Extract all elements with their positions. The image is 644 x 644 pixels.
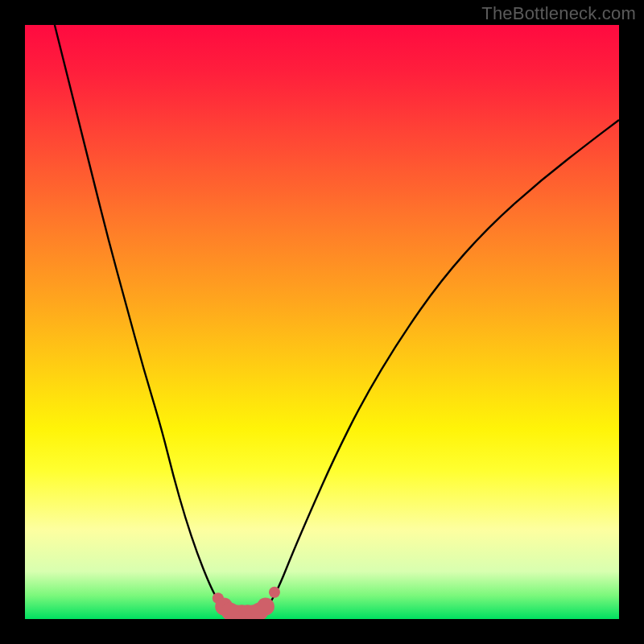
gradient-background — [25, 25, 619, 619]
chart-stage: TheBottleneck.com — [0, 0, 644, 644]
watermark-text: TheBottleneck.com — [481, 3, 636, 24]
